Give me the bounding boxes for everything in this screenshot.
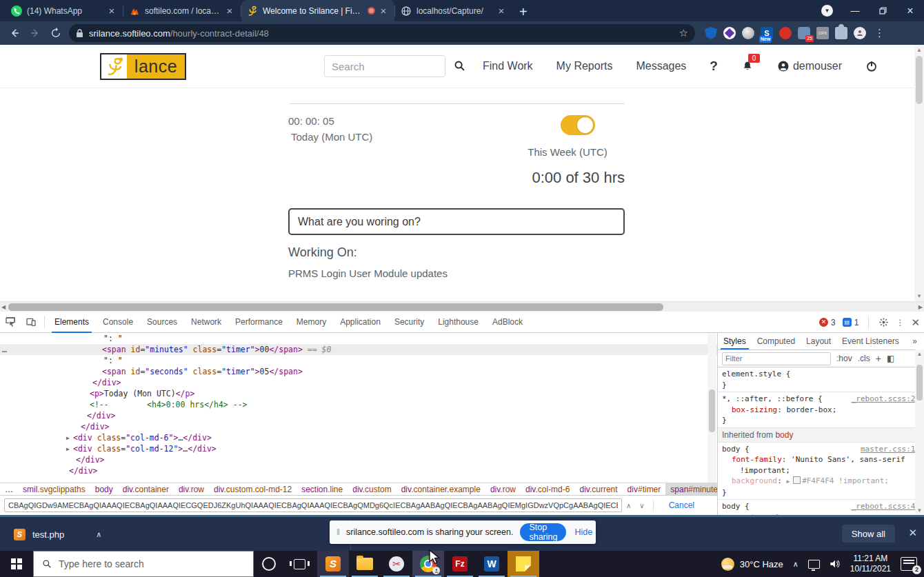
stylesheet-link[interactable]: _reboot.scss:22 xyxy=(846,394,920,405)
browser-menu-icon[interactable]: ⋮ xyxy=(874,27,885,39)
notifications-bell[interactable]: 0 xyxy=(741,60,754,73)
browser-tab[interactable]: (14) WhatsApp× xyxy=(6,0,123,21)
new-tab-button[interactable]: + xyxy=(519,5,528,19)
task-view-button[interactable] xyxy=(284,551,314,577)
taskbar-app-snip[interactable]: ✂ xyxy=(381,551,412,577)
find-prev-icon[interactable]: ∧ xyxy=(622,500,635,511)
breadcrumb-item[interactable]: section.line xyxy=(297,483,348,496)
inspect-element-icon[interactable] xyxy=(0,312,21,332)
user-menu[interactable]: demouser xyxy=(777,60,842,72)
find-cancel-button[interactable]: Cancel xyxy=(669,500,694,510)
sidebar-more-tabs-icon[interactable]: » xyxy=(905,333,924,350)
tab-close-icon[interactable]: × xyxy=(224,6,235,17)
taskbar-clock[interactable]: 11:21 AM 10/11/2021 xyxy=(850,554,891,574)
media-controls-icon[interactable]: ▼ xyxy=(821,5,833,17)
styles-scrollbar[interactable]: ▲ ▼ xyxy=(915,350,924,515)
devtools-tab-performance[interactable]: Performance xyxy=(228,312,290,333)
volume-icon[interactable] xyxy=(830,559,841,569)
cloud-extension-icon[interactable]: 25 xyxy=(798,27,810,39)
devtools-menu-icon[interactable]: ⋮ xyxy=(896,318,904,327)
css-rule[interactable]: body {_reboot.scss:47margin: ▶ 0;font-fa… xyxy=(718,500,924,515)
sidebar-tab-event-listeners[interactable]: Event Listeners xyxy=(836,333,905,350)
tab-close-icon[interactable]: × xyxy=(378,6,389,17)
dom-tree-line[interactable]: <span id="seconds" class="timer">05</spa… xyxy=(0,366,717,377)
site-logo[interactable]: lance xyxy=(100,53,186,80)
horizontal-scrollbar[interactable]: ◀ ▶ xyxy=(0,301,924,312)
shield-extension-icon[interactable] xyxy=(705,27,717,39)
devtools-settings-icon[interactable] xyxy=(878,317,889,327)
download-shelf-close-icon[interactable]: ✕ xyxy=(908,527,917,539)
taskbar-app-sticky[interactable] xyxy=(508,551,539,577)
breadcrumb-item[interactable]: div.row xyxy=(174,483,209,496)
scroll-up-icon[interactable]: ▲ xyxy=(915,351,924,357)
timer-toggle[interactable] xyxy=(561,115,595,135)
back-icon[interactable] xyxy=(6,24,23,42)
devtools-tab-sources[interactable]: Sources xyxy=(140,312,184,333)
download-chevron-icon[interactable]: ∧ xyxy=(96,530,101,539)
breadcrumb-item[interactable]: div#timer xyxy=(623,483,666,496)
dom-tree-line[interactable]: </div> xyxy=(0,465,717,476)
browser-tab[interactable]: softileo.com / localhost / softileo× xyxy=(123,0,241,21)
css-property[interactable]: box-sizing: border-box; xyxy=(722,405,920,416)
help-button[interactable]: ? xyxy=(710,59,718,74)
site-search-input[interactable] xyxy=(324,55,445,77)
nav-link[interactable]: Messages xyxy=(636,60,686,72)
css-property[interactable]: font-family: 'Nunito Sans', sans-serif !… xyxy=(722,454,920,476)
cls-toggle[interactable]: .cls xyxy=(858,354,870,363)
breadcrumb-item[interactable]: div.container.example xyxy=(396,483,485,496)
breadcrumb-item[interactable]: div.col-md-6 xyxy=(521,483,574,496)
find-input[interactable] xyxy=(4,498,622,512)
taskbar-app-explorer[interactable] xyxy=(349,551,381,577)
new-style-rule-icon[interactable]: + xyxy=(876,353,881,364)
scroll-right-icon[interactable]: ▶ xyxy=(918,304,923,310)
color-swatch[interactable] xyxy=(793,476,801,484)
dom-tree-line[interactable]: ": " xyxy=(0,333,717,344)
dom-tree-line[interactable]: <!-- <h4>0:00 hrs</h4> --> xyxy=(0,399,717,410)
browser-tab[interactable]: Welcome to Srilance | Find D× xyxy=(241,0,394,21)
stylesheet-link[interactable]: master.css:16 xyxy=(855,444,920,455)
sidebar-tab-layout[interactable]: Layout xyxy=(801,333,836,350)
expand-twisty-icon[interactable]: ▶ xyxy=(66,444,70,455)
working-on-input[interactable] xyxy=(288,208,625,235)
browser-tab[interactable]: localhost/Capture/× xyxy=(395,0,512,21)
reload-icon[interactable] xyxy=(47,24,65,42)
nav-link[interactable]: Find Work xyxy=(483,60,533,72)
breadcrumb-item[interactable]: div.custom xyxy=(348,483,396,496)
adblock-extension-icon[interactable] xyxy=(779,27,792,39)
dom-tree-line[interactable]: <p>Today (Mon UTC)</p> xyxy=(0,388,717,399)
find-next-icon[interactable]: ∨ xyxy=(635,500,648,511)
page-vertical-scrollbar[interactable]: ▲ ▼ xyxy=(914,45,924,301)
scroll-left-icon[interactable]: ◀ xyxy=(1,304,6,310)
taskbar-app-filezilla[interactable]: Fz xyxy=(444,551,476,577)
sidebar-tab-computed[interactable]: Computed xyxy=(752,333,801,350)
console-errors-badge[interactable]: ✕3 xyxy=(819,318,836,327)
styles-filter-input[interactable] xyxy=(722,352,831,365)
taskbar-app-word[interactable]: W xyxy=(476,551,508,577)
devtools-tab-memory[interactable]: Memory xyxy=(290,312,333,333)
stop-sharing-button[interactable]: Stop sharing xyxy=(520,523,566,541)
logout-power-icon[interactable] xyxy=(865,60,878,72)
scroll-down-icon[interactable]: ▼ xyxy=(914,293,924,299)
scroll-up-icon[interactable]: ▲ xyxy=(914,47,924,53)
dom-tree-line[interactable]: </div> xyxy=(0,454,717,465)
scroll-down-icon[interactable]: ▼ xyxy=(915,507,924,514)
elements-scrollbar[interactable] xyxy=(707,333,716,483)
css-property[interactable]: background: ▶ #F4F4F4 !important; xyxy=(722,476,920,487)
breadcrumb-item[interactable]: span#minutes.timer xyxy=(665,483,717,496)
purple-extension-icon[interactable] xyxy=(723,27,736,39)
device-toolbar-icon[interactable] xyxy=(21,312,41,332)
css-rule[interactable]: element.style {} xyxy=(718,367,924,392)
stylesheet-link[interactable]: _reboot.scss:47 xyxy=(846,501,920,512)
hide-sharing-button[interactable]: Hide xyxy=(574,527,592,537)
nav-link[interactable]: My Reports xyxy=(556,60,613,72)
css-rule[interactable]: body {master.css:16font-family: 'Nunito … xyxy=(718,443,924,500)
dom-tree-line[interactable]: …<span id="minutes" class="timer">00</sp… xyxy=(0,344,717,355)
line-overflow-icon[interactable]: … xyxy=(2,344,8,355)
breadcrumb-item[interactable]: div.current xyxy=(574,483,622,496)
sidebar-tab-styles[interactable]: Styles xyxy=(718,333,752,350)
s-extension-icon[interactable]: SNew xyxy=(761,27,773,39)
dom-tree-line[interactable]: ▶<div class="col-md-12">…</div> xyxy=(0,443,717,454)
taskbar-app-sublime[interactable]: S xyxy=(317,551,349,577)
devtools-tab-lighthouse[interactable]: Lighthouse xyxy=(431,312,485,333)
network-icon[interactable] xyxy=(808,560,820,569)
